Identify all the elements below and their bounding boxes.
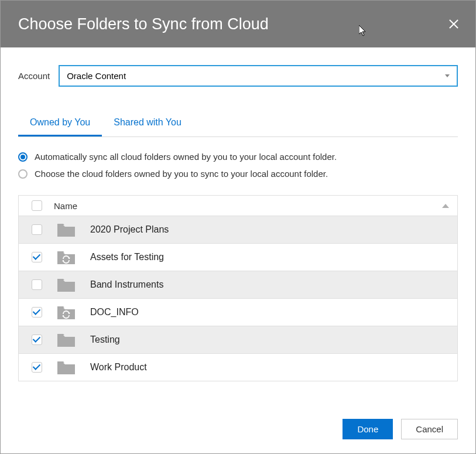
radio-label: Automatically sync all cloud folders own… bbox=[35, 152, 337, 162]
table-row[interactable]: Band Instruments bbox=[19, 271, 457, 299]
folder-sync-icon bbox=[56, 304, 76, 320]
dialog-title: Choose Folders to Sync from Cloud bbox=[18, 15, 269, 33]
table-row[interactable]: DOC_INFO bbox=[19, 299, 457, 326]
row-checkbox[interactable] bbox=[32, 307, 42, 318]
folder-sync-icon bbox=[56, 249, 76, 265]
row-checkbox[interactable] bbox=[32, 279, 42, 290]
folder-icon-wrap bbox=[56, 221, 76, 238]
account-row: Account Oracle Content bbox=[18, 65, 458, 87]
table-row[interactable]: Assets for Testing bbox=[19, 244, 457, 271]
tab-shared-with-you[interactable]: Shared with You bbox=[102, 110, 193, 136]
radio-icon bbox=[18, 152, 28, 162]
select-all-checkbox[interactable] bbox=[32, 200, 42, 211]
folder-icon-wrap bbox=[56, 277, 76, 293]
folder-name: Assets for Testing bbox=[90, 252, 164, 262]
titlebar: Choose Folders to Sync from Cloud bbox=[1, 1, 475, 47]
close-icon[interactable] bbox=[447, 17, 461, 31]
folder-name: Work Product bbox=[90, 362, 147, 373]
table-row[interactable]: 2020 Project Plans bbox=[19, 216, 457, 244]
folder-table: Name 2020 Project PlansAssets for Testin… bbox=[18, 195, 458, 381]
cancel-button[interactable]: Cancel bbox=[401, 419, 458, 439]
sort-asc-icon[interactable] bbox=[442, 204, 449, 208]
folder-icon bbox=[56, 221, 76, 238]
row-checkbox[interactable] bbox=[32, 224, 42, 235]
done-button[interactable]: Done bbox=[343, 419, 393, 439]
table-header: Name bbox=[19, 196, 457, 216]
account-select[interactable]: Oracle Content bbox=[59, 65, 458, 87]
folder-name: 2020 Project Plans bbox=[90, 224, 169, 235]
tabs: Owned by You Shared with You bbox=[18, 110, 458, 137]
folder-icon-wrap bbox=[56, 249, 76, 265]
folder-icon-wrap bbox=[56, 359, 76, 376]
row-checkbox[interactable] bbox=[32, 362, 42, 373]
account-label: Account bbox=[18, 71, 50, 81]
sync-mode-radio-group: Automatically sync all cloud folders own… bbox=[18, 152, 458, 179]
table-body: 2020 Project PlansAssets for TestingBand… bbox=[19, 216, 457, 381]
row-checkbox[interactable] bbox=[32, 334, 42, 345]
radio-auto-sync[interactable]: Automatically sync all cloud folders own… bbox=[18, 152, 458, 162]
radio-icon bbox=[18, 169, 28, 179]
folder-name: Band Instruments bbox=[90, 279, 163, 290]
folder-icon bbox=[56, 277, 76, 293]
radio-label: Choose the cloud folders owned by you to… bbox=[35, 169, 328, 179]
row-checkbox[interactable] bbox=[32, 252, 42, 262]
folder-icon bbox=[56, 332, 76, 348]
table-row[interactable]: Testing bbox=[19, 326, 457, 354]
radio-choose-folders[interactable]: Choose the cloud folders owned by you to… bbox=[18, 169, 458, 179]
dialog-footer: Done Cancel bbox=[343, 419, 458, 439]
folder-name: DOC_INFO bbox=[90, 307, 139, 318]
column-header-name[interactable]: Name bbox=[54, 201, 442, 211]
folder-name: Testing bbox=[90, 334, 120, 345]
folder-icon-wrap bbox=[56, 332, 76, 348]
chevron-down-icon bbox=[445, 74, 450, 77]
folder-icon bbox=[56, 359, 76, 376]
table-row[interactable]: Work Product bbox=[19, 354, 457, 381]
tab-owned-by-you[interactable]: Owned by You bbox=[18, 110, 102, 136]
dialog-content: Account Oracle Content Owned by You Shar… bbox=[1, 47, 475, 381]
account-selected-value: Oracle Content bbox=[67, 71, 126, 81]
folder-icon-wrap bbox=[56, 304, 76, 320]
